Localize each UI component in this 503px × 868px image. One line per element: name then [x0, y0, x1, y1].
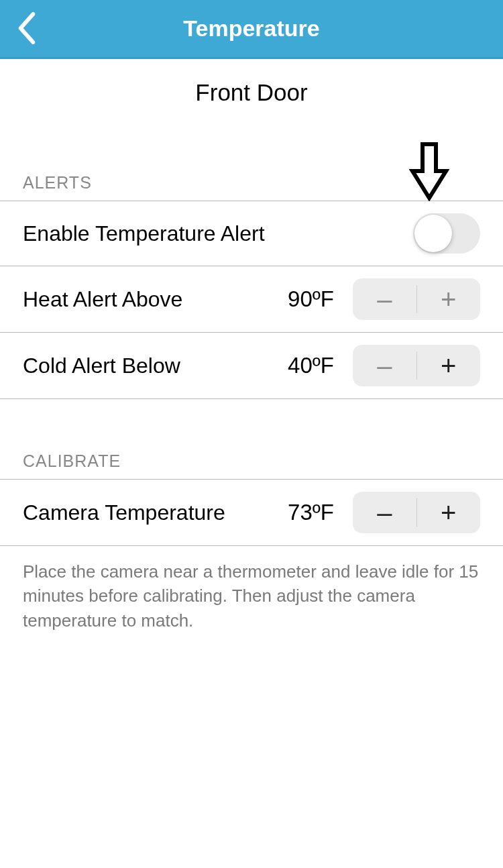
heat-alert-row: Heat Alert Above 90ºF – + — [0, 266, 503, 332]
enable-alert-label: Enable Temperature Alert — [23, 221, 413, 246]
plus-icon: + — [441, 499, 456, 526]
plus-icon: + — [441, 286, 456, 313]
plus-icon: + — [441, 352, 456, 379]
heat-alert-number: 90 — [288, 286, 313, 311]
camera-plus-button[interactable]: + — [417, 492, 481, 533]
heat-alert-stepper: – + — [353, 278, 480, 320]
device-name: Front Door — [0, 59, 503, 113]
page-title: Temperature — [0, 15, 503, 42]
camera-temp-unit: ºF — [313, 500, 334, 525]
camera-minus-button[interactable]: – — [353, 492, 416, 533]
calibrate-section-header: CALIBRATE — [0, 399, 503, 479]
cold-plus-button[interactable]: + — [417, 345, 481, 386]
cold-minus-button[interactable]: – — [353, 345, 416, 386]
heat-plus-button[interactable]: + — [417, 278, 481, 320]
minus-icon: – — [377, 286, 392, 313]
camera-temp-stepper: – + — [353, 492, 480, 533]
alerts-section-header: ALERTS — [0, 113, 503, 201]
heat-alert-value: 90ºF — [288, 286, 334, 312]
camera-temp-row: Camera Temperature 73ºF – + — [0, 479, 503, 546]
cold-alert-number: 40 — [288, 353, 313, 378]
minus-icon: – — [377, 352, 392, 379]
heat-alert-label: Heat Alert Above — [23, 287, 288, 312]
cold-alert-row: Cold Alert Below 40ºF – + — [0, 332, 503, 399]
app-header: Temperature — [0, 0, 503, 59]
camera-temp-value: 73ºF — [288, 500, 334, 525]
minus-icon: – — [377, 499, 392, 526]
enable-alert-row: Enable Temperature Alert — [0, 201, 503, 266]
back-button[interactable] — [7, 0, 47, 59]
camera-temp-number: 73 — [288, 500, 313, 525]
chevron-left-icon — [17, 12, 36, 47]
toggle-knob — [414, 215, 452, 252]
enable-alert-toggle[interactable] — [413, 213, 480, 254]
cold-alert-stepper: – + — [353, 345, 480, 386]
heat-minus-button[interactable]: – — [353, 278, 416, 320]
calibrate-note: Place the camera near a thermometer and … — [0, 546, 503, 646]
heat-alert-unit: ºF — [313, 286, 334, 311]
cold-alert-label: Cold Alert Below — [23, 354, 288, 378]
camera-temp-label: Camera Temperature — [23, 500, 288, 525]
cold-alert-value: 40ºF — [288, 353, 334, 378]
cold-alert-unit: ºF — [313, 353, 334, 378]
